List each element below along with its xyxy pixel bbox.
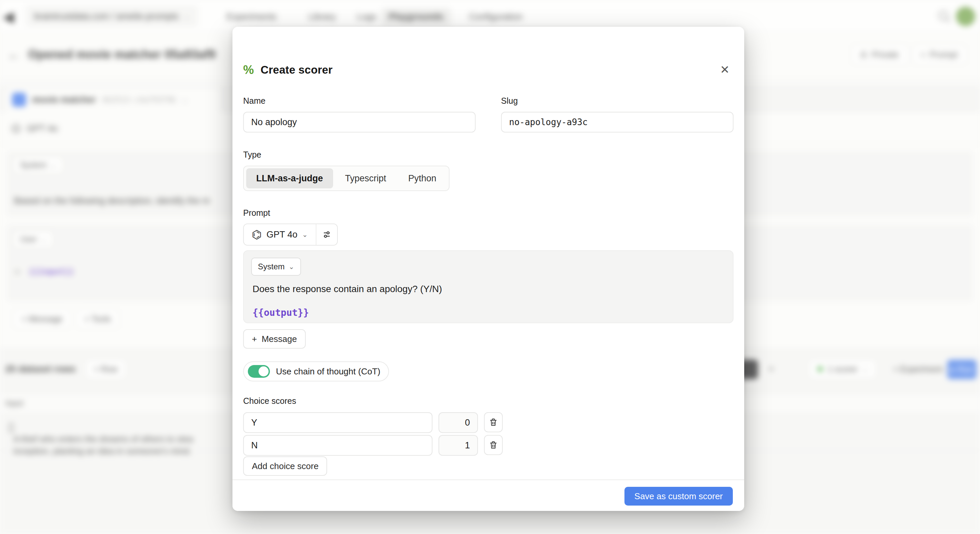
score-input[interactable]: 1 — [439, 435, 478, 456]
close-icon[interactable]: ✕ — [717, 62, 733, 78]
modal-footer: Save as custom scorer — [232, 480, 744, 511]
cot-toggle-label: Use chain of thought (CoT) — [276, 367, 380, 377]
judge-message-text[interactable]: Does the response contain an apology? (Y… — [253, 284, 442, 295]
judge-message-card: System ⌄ Does the response contain an ap… — [243, 250, 733, 323]
prompt-label: Prompt — [243, 208, 270, 218]
plus-icon: + — [252, 334, 257, 344]
modal-title: Create scorer — [261, 64, 332, 76]
cot-toggle-container: Use chain of thought (CoT) — [243, 361, 389, 381]
score-value: 1 — [465, 440, 470, 451]
score-value: 0 — [465, 418, 470, 428]
output-variable[interactable]: {{output}} — [253, 307, 309, 318]
openai-logo-icon: ⌬ — [252, 228, 262, 241]
percent-scorer-icon: % — [243, 63, 254, 77]
chevron-down-icon: ⌄ — [302, 231, 308, 239]
slug-input-value: no-apology-a93c — [509, 117, 588, 127]
type-tab-python[interactable]: Python — [398, 168, 447, 188]
type-tab-llm-as-a-judge[interactable]: LLM-as-a-judge — [246, 168, 333, 188]
add-message-label: Message — [262, 334, 297, 344]
name-slug-grid: Name Slug No apology no-apology-a93c — [243, 96, 733, 132]
cot-toggle[interactable] — [248, 365, 270, 378]
judge-role-label: System — [258, 262, 285, 271]
name-label: Name — [243, 96, 476, 106]
judge-role-dropdown[interactable]: System ⌄ — [251, 258, 301, 276]
chevron-down-icon: ⌄ — [289, 263, 294, 271]
type-tab-typescript[interactable]: Typescript — [335, 168, 396, 188]
choice-score-row: Y 0 — [243, 412, 733, 432]
modal-title-row: % Create scorer — [243, 63, 332, 77]
choice-scores-label: Choice scores — [243, 396, 296, 406]
delete-choice-button[interactable] — [484, 412, 503, 432]
save-as-custom-scorer-button[interactable]: Save as custom scorer — [624, 487, 733, 505]
name-input[interactable]: No apology — [243, 112, 476, 132]
slug-label: Slug — [501, 96, 733, 106]
create-scorer-modal: % Create scorer ✕ Name Slug No apology n… — [232, 27, 744, 511]
choice-value: N — [251, 440, 258, 451]
choice-value: Y — [251, 418, 257, 428]
type-label: Type — [243, 150, 261, 159]
name-input-value: No apology — [251, 117, 297, 128]
choice-input[interactable]: Y — [243, 412, 433, 433]
sliders-icon — [322, 230, 332, 239]
type-segmented-control: LLM-as-a-judge Typescript Python — [243, 166, 450, 191]
add-message-button[interactable]: + Message — [243, 329, 306, 349]
delete-choice-button[interactable] — [484, 435, 503, 455]
model-picker-button: ⌬ GPT 4o ⌄ — [243, 223, 338, 245]
modal-scroll-area[interactable]: % Create scorer ✕ Name Slug No apology n… — [232, 27, 744, 480]
choice-input[interactable]: N — [243, 435, 433, 456]
trash-icon — [488, 418, 498, 427]
add-choice-score-button[interactable]: Add choice score — [243, 456, 327, 476]
choice-score-row: N 1 — [243, 435, 733, 455]
model-picker-value: GPT 4o — [267, 230, 298, 240]
toggle-knob — [259, 367, 269, 376]
score-input[interactable]: 0 — [439, 412, 478, 433]
trash-icon — [488, 440, 498, 450]
model-settings-button[interactable] — [317, 224, 337, 245]
model-picker-left[interactable]: ⌬ GPT 4o ⌄ — [244, 224, 316, 245]
slug-input[interactable]: no-apology-a93c — [501, 112, 733, 132]
